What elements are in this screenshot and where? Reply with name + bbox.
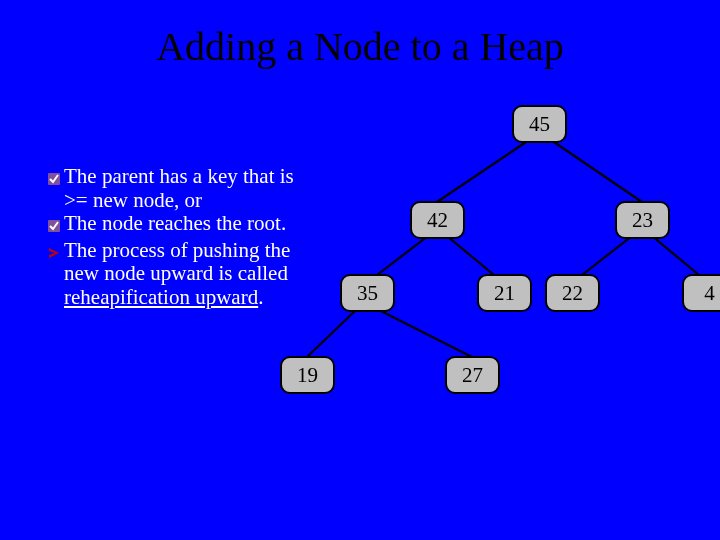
svg-line-2 xyxy=(437,140,529,202)
slide: Adding a Node to a Heap The parent has a… xyxy=(0,0,720,540)
tree-node: 27 xyxy=(445,356,500,394)
tree-node: 45 xyxy=(512,105,567,143)
svg-line-3 xyxy=(551,140,642,202)
tree-node: 23 xyxy=(615,201,670,239)
svg-line-8 xyxy=(307,309,357,357)
body-text: The parent has a key that is >= new node… xyxy=(47,165,317,309)
tree-node: 35 xyxy=(340,274,395,312)
bullet-1: The parent has a key that is >= new node… xyxy=(47,165,317,212)
bullet-3-text-b: . xyxy=(258,285,263,309)
svg-line-4 xyxy=(377,236,428,275)
svg-line-6 xyxy=(582,236,632,275)
arrow-icon xyxy=(47,242,61,266)
reheapification-term: reheapification upward xyxy=(64,285,258,309)
tree-node: 21 xyxy=(477,274,532,312)
check-icon xyxy=(47,168,61,192)
tree-node: 4 xyxy=(682,274,720,312)
tree-node: 22 xyxy=(545,274,600,312)
tree-node: 19 xyxy=(280,356,335,394)
check-icon xyxy=(47,215,61,239)
slide-title: Adding a Node to a Heap xyxy=(0,23,720,70)
tree-node: 42 xyxy=(410,201,465,239)
svg-line-7 xyxy=(652,236,699,275)
bullet-3: The process of pushing the new node upwa… xyxy=(47,239,317,310)
bullet-3-text-a: The process of pushing the new node upwa… xyxy=(64,238,290,286)
svg-line-9 xyxy=(377,309,472,357)
svg-line-5 xyxy=(447,236,494,275)
tree-edges xyxy=(280,95,720,415)
heap-tree: 45 42 23 35 21 22 4 19 27 xyxy=(280,95,720,415)
bullet-2: The node reaches the root. xyxy=(47,212,317,239)
